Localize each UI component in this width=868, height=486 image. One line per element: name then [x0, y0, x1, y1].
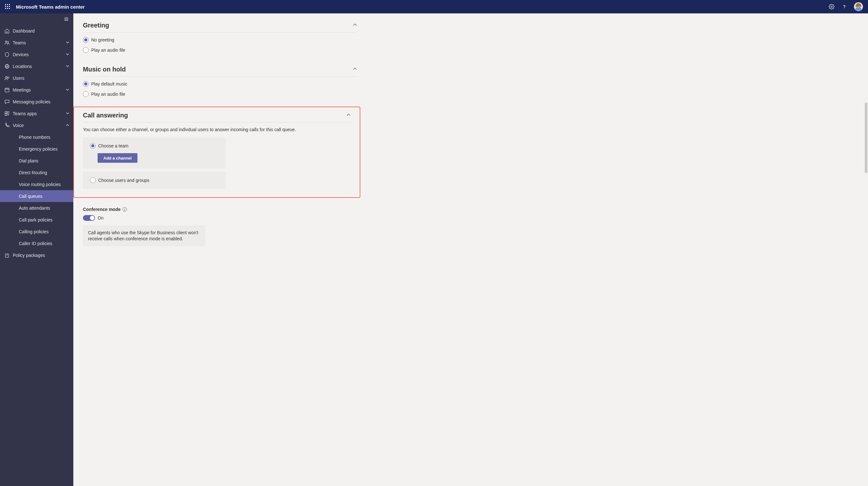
- radio-no-greeting[interactable]: No greeting: [83, 37, 357, 43]
- add-channel-button[interactable]: Add a channel: [98, 153, 137, 163]
- sidebar-subitem-phone-numbers[interactable]: Phone numbers: [0, 131, 73, 143]
- radio-label: No greeting: [91, 37, 114, 42]
- svg-rect-26: [5, 114, 7, 115]
- section-title: Music on hold: [83, 66, 353, 73]
- sidebar-item-label: Devices: [13, 52, 66, 57]
- radio-choose-team[interactable]: Choose a team: [90, 143, 219, 149]
- sidebar-item-label: Teams apps: [13, 111, 66, 116]
- radio-choose-users-groups[interactable]: Choose users and groups: [90, 177, 219, 183]
- conference-mode-note: Call agents who use the Skype for Busine…: [83, 225, 205, 246]
- radio-icon: [90, 143, 96, 149]
- radio-icon: [83, 91, 89, 97]
- sidebar: Dashboard Teams Devices Locations Users: [0, 13, 73, 486]
- sidebar-subitem-dial-plans[interactable]: Dial plans: [0, 155, 73, 167]
- section-call-answering: Call answering You can choose either a c…: [83, 112, 351, 189]
- topbar: Microsoft Teams admin center: [0, 0, 868, 13]
- app-launcher-icon[interactable]: [2, 1, 13, 12]
- svg-rect-2: [9, 4, 10, 5]
- radio-label: Choose users and groups: [98, 178, 149, 183]
- sidebar-item-voice[interactable]: Voice: [0, 119, 73, 131]
- sidebar-item-label: Teams: [13, 40, 66, 45]
- sidebar-collapse-icon[interactable]: [0, 13, 73, 25]
- sidebar-item-label: Policy packages: [13, 253, 69, 258]
- scrollbar-thumb[interactable]: [865, 103, 867, 173]
- radio-label: Play default music: [91, 81, 128, 86]
- radio-label: Play an audio file: [91, 92, 125, 97]
- phone-icon: [4, 122, 10, 128]
- sidebar-item-label: Users: [13, 76, 69, 81]
- radio-label: Choose a team: [98, 143, 128, 148]
- svg-rect-25: [7, 111, 9, 113]
- sidebar-item-label: Locations: [13, 64, 66, 69]
- radio-play-audio-music[interactable]: Play an audio file: [83, 91, 357, 97]
- chevron-up-icon: [353, 23, 357, 28]
- svg-rect-5: [9, 6, 10, 7]
- settings-icon[interactable]: [825, 0, 838, 13]
- chevron-down-icon: [66, 64, 69, 69]
- calendar-icon: [4, 87, 10, 93]
- devices-icon: [4, 51, 10, 58]
- info-icon[interactable]: i: [122, 207, 127, 211]
- svg-rect-20: [5, 88, 9, 92]
- sidebar-item-teams-apps[interactable]: Teams apps: [0, 108, 73, 119]
- section-title: Call answering: [83, 112, 346, 119]
- sidebar-item-label: Meetings: [13, 87, 66, 92]
- radio-icon: [90, 177, 96, 183]
- option-card-choose-users: Choose users and groups: [83, 172, 226, 189]
- section-greeting: Greeting No greeting Play an audio file: [83, 22, 357, 53]
- conference-mode-toggle[interactable]: [83, 215, 95, 221]
- svg-rect-24: [5, 111, 7, 113]
- section-header-call-answering[interactable]: Call answering: [83, 112, 351, 122]
- sidebar-subitem-calling-policies[interactable]: Calling policies: [0, 226, 73, 237]
- chat-icon: [4, 98, 10, 105]
- sidebar-subitem-call-park-policies[interactable]: Call park policies: [0, 214, 73, 226]
- sidebar-subitem-caller-id-policies[interactable]: Caller ID policies: [0, 237, 73, 249]
- apps-icon: [4, 110, 10, 117]
- chevron-down-icon: [66, 52, 69, 57]
- svg-point-18: [5, 76, 7, 78]
- sidebar-item-label: Voice: [13, 123, 66, 128]
- sidebar-item-policy-packages[interactable]: Policy packages: [0, 249, 73, 261]
- radio-play-audio-greeting[interactable]: Play an audio file: [83, 47, 357, 53]
- teams-icon: [4, 39, 10, 46]
- help-icon[interactable]: [838, 0, 851, 13]
- sidebar-item-users[interactable]: Users: [0, 72, 73, 84]
- sidebar-subitem-direct-routing[interactable]: Direct Routing: [0, 167, 73, 178]
- sidebar-item-label: Dashboard: [13, 28, 69, 33]
- sidebar-subitem-voice-routing-policies[interactable]: Voice routing policies: [0, 178, 73, 190]
- avatar[interactable]: [854, 2, 863, 11]
- chevron-down-icon: [66, 87, 69, 92]
- radio-icon: [83, 47, 89, 53]
- svg-point-19: [7, 77, 9, 78]
- sidebar-item-dashboard[interactable]: Dashboard: [0, 25, 73, 37]
- chevron-down-icon: [66, 111, 69, 116]
- conference-mode-label: Conference mode i: [83, 207, 357, 212]
- home-icon: [4, 28, 10, 34]
- sidebar-subitem-emergency-policies[interactable]: Emergency policies: [0, 143, 73, 155]
- svg-rect-1: [7, 4, 8, 5]
- highlighted-region: Call answering You can choose either a c…: [73, 107, 360, 198]
- section-header-music[interactable]: Music on hold: [83, 66, 357, 77]
- option-card-choose-team: Choose a team Add a channel: [83, 137, 226, 169]
- section-header-greeting[interactable]: Greeting: [83, 22, 357, 33]
- sidebar-item-teams[interactable]: Teams: [0, 37, 73, 49]
- section-title: Greeting: [83, 22, 353, 29]
- sidebar-item-locations[interactable]: Locations: [0, 60, 73, 72]
- section-music-on-hold: Music on hold Play default music Play an…: [83, 66, 357, 97]
- main-content: Greeting No greeting Play an audio file: [73, 13, 868, 486]
- sidebar-subitem-auto-attendants[interactable]: Auto attendants: [0, 202, 73, 214]
- svg-point-13: [5, 41, 7, 42]
- sidebar-item-devices[interactable]: Devices: [0, 49, 73, 60]
- conference-mode-toggle-row: On: [83, 215, 357, 221]
- chevron-up-icon: [353, 67, 357, 72]
- radio-icon: [83, 37, 89, 43]
- sidebar-item-label: Messaging policies: [13, 99, 69, 104]
- svg-rect-0: [5, 4, 6, 5]
- sidebar-item-messaging-policies[interactable]: Messaging policies: [0, 96, 73, 108]
- sidebar-subitem-call-queues[interactable]: Call queues: [0, 190, 73, 202]
- sidebar-item-meetings[interactable]: Meetings: [0, 84, 73, 96]
- svg-rect-7: [7, 8, 8, 9]
- section-description: You can choose either a channel, or grou…: [83, 127, 351, 132]
- package-icon: [4, 252, 10, 258]
- radio-default-music[interactable]: Play default music: [83, 81, 357, 87]
